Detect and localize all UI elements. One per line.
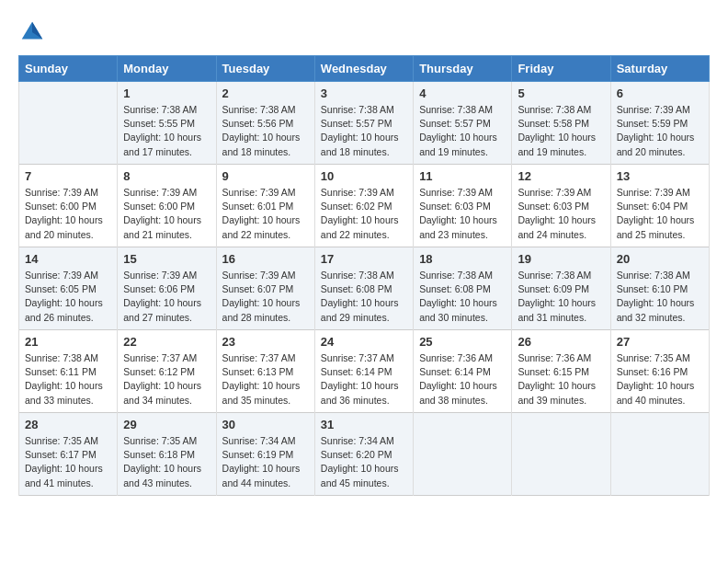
day-number: 12 (518, 169, 604, 183)
day-number: 28 (25, 418, 111, 431)
day-info: Sunrise: 7:36 AMSunset: 6:15 PMDaylight:… (518, 351, 604, 408)
header-saturday: Saturday (610, 56, 709, 82)
day-number: 10 (321, 169, 407, 183)
calendar-cell: 15Sunrise: 7:39 AMSunset: 6:06 PMDayligh… (118, 247, 216, 330)
day-info: Sunrise: 7:38 AMSunset: 5:55 PMDaylight:… (123, 103, 210, 159)
calendar-cell: 28Sunrise: 7:35 AMSunset: 6:17 PMDayligh… (19, 413, 118, 496)
day-number: 1 (123, 86, 210, 100)
calendar-cell: 29Sunrise: 7:35 AMSunset: 6:18 PMDayligh… (118, 413, 216, 496)
day-number: 6 (617, 86, 703, 100)
day-number: 21 (25, 335, 111, 349)
calendar-cell: 20Sunrise: 7:38 AMSunset: 6:10 PMDayligh… (610, 247, 709, 330)
day-info: Sunrise: 7:39 AMSunset: 6:00 PMDaylight:… (123, 186, 210, 242)
day-number: 4 (419, 86, 506, 100)
calendar-cell: 5Sunrise: 7:38 AMSunset: 5:58 PMDaylight… (512, 82, 610, 165)
day-number: 31 (321, 418, 407, 431)
calendar-cell: 26Sunrise: 7:36 AMSunset: 6:15 PMDayligh… (512, 330, 610, 413)
calendar-cell (610, 413, 709, 496)
day-number: 23 (222, 335, 309, 349)
header-wednesday: Wednesday (314, 56, 413, 82)
day-info: Sunrise: 7:38 AMSunset: 6:08 PMDaylight:… (321, 269, 407, 325)
day-number: 13 (617, 169, 703, 183)
day-info: Sunrise: 7:37 AMSunset: 6:14 PMDaylight:… (321, 351, 407, 408)
day-number: 15 (123, 252, 210, 266)
day-info: Sunrise: 7:38 AMSunset: 6:09 PMDaylight:… (518, 269, 604, 325)
calendar-cell: 3Sunrise: 7:38 AMSunset: 5:57 PMDaylight… (314, 82, 413, 165)
day-info: Sunrise: 7:39 AMSunset: 6:00 PMDaylight:… (25, 186, 111, 242)
day-number: 2 (222, 86, 309, 100)
day-info: Sunrise: 7:35 AMSunset: 6:16 PMDaylight:… (617, 351, 703, 408)
calendar-cell: 25Sunrise: 7:36 AMSunset: 6:14 PMDayligh… (414, 330, 512, 413)
day-info: Sunrise: 7:35 AMSunset: 6:18 PMDaylight:… (123, 434, 210, 490)
day-info: Sunrise: 7:38 AMSunset: 6:08 PMDaylight:… (419, 269, 506, 325)
calendar-cell: 9Sunrise: 7:39 AMSunset: 6:01 PMDaylight… (216, 165, 314, 247)
logo-icon (18, 18, 46, 46)
day-number: 30 (222, 418, 309, 431)
calendar-cell: 27Sunrise: 7:35 AMSunset: 6:16 PMDayligh… (610, 330, 709, 413)
week-row-5: 28Sunrise: 7:35 AMSunset: 6:17 PMDayligh… (19, 413, 710, 496)
calendar-cell (512, 413, 610, 496)
day-info: Sunrise: 7:37 AMSunset: 6:13 PMDaylight:… (222, 351, 309, 408)
calendar-cell: 17Sunrise: 7:38 AMSunset: 6:08 PMDayligh… (314, 247, 413, 330)
day-number: 24 (321, 335, 407, 349)
day-number: 18 (419, 252, 506, 266)
day-number: 26 (518, 335, 604, 349)
calendar-cell: 12Sunrise: 7:39 AMSunset: 6:03 PMDayligh… (512, 165, 610, 247)
calendar-cell: 24Sunrise: 7:37 AMSunset: 6:14 PMDayligh… (314, 330, 413, 413)
day-info: Sunrise: 7:34 AMSunset: 6:20 PMDaylight:… (321, 434, 407, 490)
calendar-cell: 4Sunrise: 7:38 AMSunset: 5:57 PMDaylight… (414, 82, 512, 165)
day-info: Sunrise: 7:39 AMSunset: 6:02 PMDaylight:… (321, 186, 407, 242)
day-number: 3 (321, 86, 407, 100)
day-number: 9 (222, 169, 309, 183)
day-info: Sunrise: 7:39 AMSunset: 6:06 PMDaylight:… (123, 269, 210, 325)
calendar-cell: 1Sunrise: 7:38 AMSunset: 5:55 PMDaylight… (118, 82, 216, 165)
day-number: 5 (518, 86, 604, 100)
header-friday: Friday (512, 56, 610, 82)
day-info: Sunrise: 7:39 AMSunset: 6:01 PMDaylight:… (222, 186, 309, 242)
calendar-cell: 13Sunrise: 7:39 AMSunset: 6:04 PMDayligh… (610, 165, 709, 247)
calendar-cell: 19Sunrise: 7:38 AMSunset: 6:09 PMDayligh… (512, 247, 610, 330)
calendar-table: SundayMondayTuesdayWednesdayThursdayFrid… (18, 55, 710, 496)
calendar-cell: 11Sunrise: 7:39 AMSunset: 6:03 PMDayligh… (414, 165, 512, 247)
week-row-1: 1Sunrise: 7:38 AMSunset: 5:55 PMDaylight… (19, 82, 710, 165)
day-info: Sunrise: 7:39 AMSunset: 6:03 PMDaylight:… (419, 186, 506, 242)
calendar-cell: 21Sunrise: 7:38 AMSunset: 6:11 PMDayligh… (19, 330, 118, 413)
day-number: 22 (123, 335, 210, 349)
day-info: Sunrise: 7:37 AMSunset: 6:12 PMDaylight:… (123, 351, 210, 408)
calendar-cell: 23Sunrise: 7:37 AMSunset: 6:13 PMDayligh… (216, 330, 314, 413)
day-info: Sunrise: 7:38 AMSunset: 6:10 PMDaylight:… (617, 269, 703, 325)
page-header (18, 18, 710, 46)
day-info: Sunrise: 7:39 AMSunset: 6:04 PMDaylight:… (617, 186, 703, 242)
calendar-cell: 6Sunrise: 7:39 AMSunset: 5:59 PMDaylight… (610, 82, 709, 165)
day-number: 11 (419, 169, 506, 183)
day-number: 20 (617, 252, 703, 266)
day-number: 7 (25, 169, 111, 183)
day-number: 27 (617, 335, 703, 349)
week-row-4: 21Sunrise: 7:38 AMSunset: 6:11 PMDayligh… (19, 330, 710, 413)
day-info: Sunrise: 7:34 AMSunset: 6:19 PMDaylight:… (222, 434, 309, 490)
calendar-cell (414, 413, 512, 496)
calendar-header-row: SundayMondayTuesdayWednesdayThursdayFrid… (19, 56, 710, 82)
calendar-cell: 16Sunrise: 7:39 AMSunset: 6:07 PMDayligh… (216, 247, 314, 330)
calendar-cell: 22Sunrise: 7:37 AMSunset: 6:12 PMDayligh… (118, 330, 216, 413)
calendar-cell: 18Sunrise: 7:38 AMSunset: 6:08 PMDayligh… (414, 247, 512, 330)
header-sunday: Sunday (19, 56, 118, 82)
day-number: 17 (321, 252, 407, 266)
week-row-2: 7Sunrise: 7:39 AMSunset: 6:00 PMDaylight… (19, 165, 710, 247)
day-info: Sunrise: 7:36 AMSunset: 6:14 PMDaylight:… (419, 351, 506, 408)
header-thursday: Thursday (414, 56, 512, 82)
header-monday: Monday (118, 56, 216, 82)
calendar-cell: 30Sunrise: 7:34 AMSunset: 6:19 PMDayligh… (216, 413, 314, 496)
day-number: 8 (123, 169, 210, 183)
day-number: 25 (419, 335, 506, 349)
day-info: Sunrise: 7:38 AMSunset: 5:58 PMDaylight:… (518, 103, 604, 159)
week-row-3: 14Sunrise: 7:39 AMSunset: 6:05 PMDayligh… (19, 247, 710, 330)
header-tuesday: Tuesday (216, 56, 314, 82)
day-number: 29 (123, 418, 210, 431)
day-info: Sunrise: 7:38 AMSunset: 5:56 PMDaylight:… (222, 103, 309, 159)
day-info: Sunrise: 7:39 AMSunset: 5:59 PMDaylight:… (617, 103, 703, 159)
day-number: 14 (25, 252, 111, 266)
logo (18, 18, 50, 46)
day-info: Sunrise: 7:35 AMSunset: 6:17 PMDaylight:… (25, 434, 111, 490)
day-info: Sunrise: 7:39 AMSunset: 6:03 PMDaylight:… (518, 186, 604, 242)
